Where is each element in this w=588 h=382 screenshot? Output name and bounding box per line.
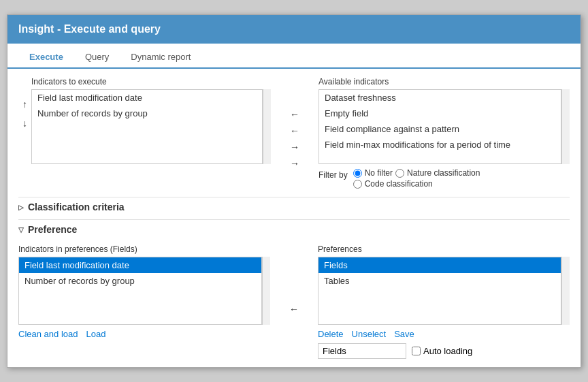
list-item[interactable]: Fields (318, 257, 561, 273)
save-button[interactable]: Save (394, 329, 414, 339)
preference-name-input[interactable] (318, 343, 406, 359)
preferences-list[interactable]: Fields Tables (318, 257, 561, 325)
indicators-in-preferences-list[interactable]: Field last modification date Number of r… (18, 257, 262, 325)
transfer-arrows: ← ← → → (284, 89, 305, 189)
move-right-button[interactable]: → (289, 140, 301, 154)
right-list-with-scroll: Dataset freshness Empty field Field comp… (318, 89, 570, 164)
code-filter-radio[interactable] (353, 180, 362, 189)
main-window: Insight - Execute and query Execute Quer… (7, 14, 581, 368)
move-right-2-button[interactable]: → (289, 157, 301, 170)
pref-left-scrollbar[interactable] (262, 257, 270, 325)
scrollbar[interactable] (263, 89, 271, 164)
nature-filter-radio[interactable] (395, 169, 404, 178)
classification-label: Classification criteria (28, 202, 125, 212)
list-item[interactable]: Dataset freshness (319, 90, 561, 106)
move-down-button[interactable]: ↓ (21, 116, 29, 130)
tab-dynamic-report[interactable]: Dynamic report (120, 46, 201, 69)
pref-bottom-row: Auto loading (318, 343, 570, 359)
code-filter-label: Code classification (365, 179, 433, 189)
list-item[interactable]: Number of records by group (32, 106, 262, 121)
auto-loading-label: Auto loading (423, 346, 472, 356)
preference-header[interactable]: ▽ Preference (18, 219, 570, 239)
left-panel-label: Indicators to execute (31, 77, 271, 86)
preference-panels: Indicators in preferences (Fields) Field… (18, 244, 570, 359)
window-title: Insight - Execute and query (18, 23, 161, 35)
list-item[interactable]: Field min-max modifications for a period… (319, 137, 561, 153)
code-filter-row: Code classification (353, 179, 480, 189)
up-down-controls: ↑ ↓ (18, 97, 31, 130)
title-bar: Insight - Execute and query (7, 15, 581, 44)
list-item[interactable]: Number of records by group (19, 273, 261, 289)
indicators-to-execute-panel: Indicators to execute Field last modific… (31, 77, 271, 164)
tab-execute[interactable]: Execute (18, 46, 74, 69)
no-filter-row: No filter Nature classification (353, 168, 480, 178)
pref-right-list-area: Fields Tables (318, 257, 570, 325)
scrollbar-right[interactable] (561, 89, 570, 164)
available-indicators-panel: Available indicators Dataset freshness E… (318, 77, 570, 189)
auto-loading-row: Auto loading (412, 346, 472, 356)
list-item[interactable]: Tables (318, 273, 561, 289)
list-item[interactable]: Field last modification date (19, 257, 261, 273)
collapse-triangle-icon: ▷ (18, 204, 24, 211)
pref-left-list-area: Field last modification date Number of r… (18, 257, 270, 325)
no-filter-label: No filter (365, 168, 393, 178)
list-item[interactable]: Field compliance against a pattern (319, 121, 561, 137)
auto-loading-checkbox[interactable] (412, 347, 421, 355)
pref-right-label: Preferences (318, 244, 570, 254)
no-filter-radio[interactable] (353, 169, 362, 178)
pref-left-actions: Clean and load Load (18, 329, 270, 339)
preference-section: Indicators in preferences (Fields) Field… (18, 244, 570, 359)
available-indicators-list[interactable]: Dataset freshness Empty field Field comp… (318, 89, 561, 164)
tab-query[interactable]: Query (74, 46, 120, 69)
list-item[interactable]: Empty field (319, 106, 561, 121)
left-indicators-area: ↑ ↓ Indicators to execute Field last mod… (18, 77, 271, 189)
classification-header[interactable]: ▷ Classification criteria (18, 197, 570, 217)
clean-and-load-button[interactable]: Clean and load (18, 329, 78, 339)
pref-move-left-button[interactable]: ← (288, 302, 300, 316)
preference-expand-icon: ▽ (18, 226, 24, 234)
list-item[interactable]: Field last modification date (32, 90, 262, 106)
move-up-button[interactable]: ↑ (21, 97, 29, 111)
tabs-bar: Execute Query Dynamic report (7, 46, 581, 69)
move-left-button[interactable]: ← (289, 108, 301, 121)
indicators-to-execute-list[interactable]: Field last modification date Number of r… (31, 89, 263, 164)
pref-arrow: ← (284, 259, 304, 359)
load-button[interactable]: Load (86, 329, 105, 339)
pref-left-label: Indicators in preferences (Fields) (18, 244, 270, 254)
preference-label: Preference (28, 224, 77, 235)
execute-section: ↑ ↓ Indicators to execute Field last mod… (18, 77, 570, 189)
pref-left-panel: Indicators in preferences (Fields) Field… (18, 244, 270, 359)
unselect-button[interactable]: Unselect (352, 329, 387, 339)
right-panel-label: Available indicators (318, 77, 570, 86)
pref-right-panel: Preferences Fields Tables Delete Unselec… (318, 244, 570, 359)
nature-filter-label: Nature classification (407, 168, 480, 178)
content-area: ↑ ↓ Indicators to execute Field last mod… (7, 69, 581, 367)
filter-radio-group: No filter Nature classification Code cla… (353, 168, 480, 189)
filter-row: Filter by No filter Nature classificatio… (318, 168, 570, 189)
left-list-with-scroll: Field last modification date Number of r… (31, 89, 271, 164)
pref-right-scrollbar[interactable] (561, 257, 570, 325)
pref-right-actions: Delete Unselect Save (318, 329, 570, 339)
move-left-2-button[interactable]: ← (289, 124, 301, 138)
delete-button[interactable]: Delete (318, 329, 344, 339)
filter-label: Filter by (318, 168, 348, 182)
